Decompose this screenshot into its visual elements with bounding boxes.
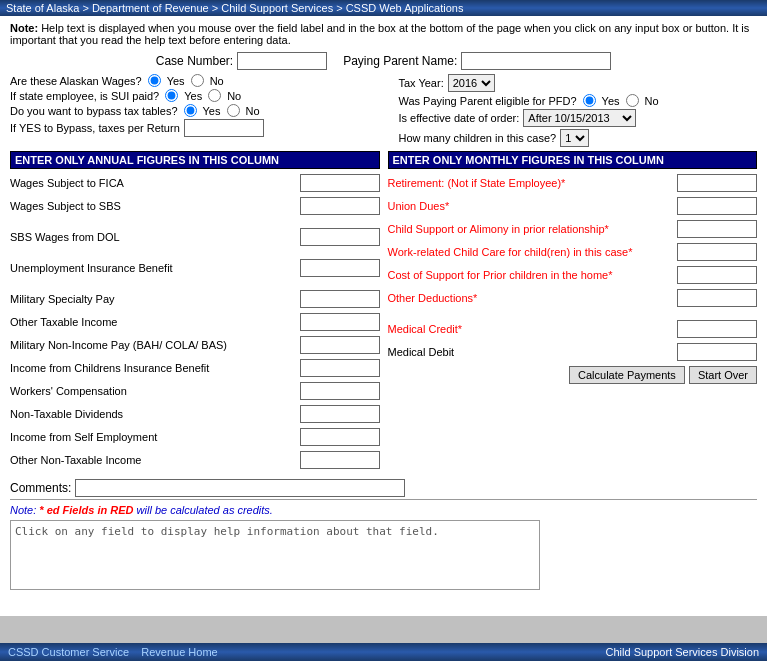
onti-label: Other Non-Taxable Income <box>10 453 300 467</box>
case-number-group: Case Number: <box>156 52 327 70</box>
uib-label: Unemployment Insurance Benefit <box>10 261 300 275</box>
field-fica: Wages Subject to FICA <box>10 173 380 193</box>
children-count-select[interactable]: 1 2 3 4 5 <box>560 129 589 147</box>
tax-year-select[interactable]: 2016 2015 2014 <box>448 74 495 92</box>
wc-label: Workers' Compensation <box>10 384 300 398</box>
comments-input[interactable] <box>75 479 405 497</box>
mnip-input[interactable] <box>300 336 380 354</box>
wcc-input[interactable] <box>677 243 757 261</box>
ret-label: Retirement: (Not if State Employee)* <box>388 176 678 190</box>
top-nav-bar: State of Alaska > Department of Revenue … <box>0 0 767 16</box>
field-ntd: Non-Taxable Dividends <box>10 404 380 424</box>
sui-no-radio[interactable] <box>208 89 221 102</box>
bypass-yes-radio[interactable] <box>184 104 197 117</box>
uib-input[interactable] <box>300 259 380 277</box>
field-md: Medical Debit <box>388 342 758 362</box>
sui-yes-label: Yes <box>184 90 202 102</box>
bypass-no-radio[interactable] <box>227 104 240 117</box>
case-number-input[interactable] <box>237 52 327 70</box>
dol-label: SBS Wages from DOL <box>10 230 300 244</box>
options-area: Are these Alaskan Wages? Yes No If state… <box>10 74 757 147</box>
pfd-label: Was Paying Parent eligible for PFD? <box>398 95 576 107</box>
onti-input[interactable] <box>300 451 380 469</box>
field-cib: Income from Childrens Insurance Benefit <box>10 358 380 378</box>
ret-input[interactable] <box>677 174 757 192</box>
main-content: Note: Help text is displayed when you mo… <box>0 16 767 616</box>
right-column: Enter Only Monthly Figures in this colum… <box>388 151 758 473</box>
breadcrumb: State of Alaska > Department of Revenue … <box>6 2 463 14</box>
pfd-no-label: No <box>645 95 659 107</box>
note-text: Help text is displayed when you mouse ov… <box>10 22 749 46</box>
pfd-yes-radio[interactable] <box>583 94 596 107</box>
case-row: Case Number: Paying Parent Name: <box>10 52 757 70</box>
sbs-input[interactable] <box>300 197 380 215</box>
effective-date-row: Is effective date of order: After 10/15/… <box>398 109 757 127</box>
csp-label: Cost of Support for Prior children in th… <box>388 268 678 282</box>
field-csa: Child Support or Alimony in prior relati… <box>388 219 758 239</box>
cib-input[interactable] <box>300 359 380 377</box>
md-label: Medical Debit <box>388 345 678 359</box>
cib-label: Income from Childrens Insurance Benefit <box>10 361 300 375</box>
csp-input[interactable] <box>677 266 757 284</box>
field-oti: Other Taxable Income <box>10 312 380 332</box>
ud-input[interactable] <box>677 197 757 215</box>
bypass-label: Do you want to bypass tax tables? <box>10 105 178 117</box>
sui-no-label: No <box>227 90 241 102</box>
dol-input[interactable] <box>300 228 380 246</box>
divider <box>10 499 757 500</box>
csa-input[interactable] <box>677 220 757 238</box>
effective-date-select[interactable]: After 10/15/2013 Before 10/15/2013 <box>523 109 636 127</box>
paying-parent-group: Paying Parent Name: <box>343 52 611 70</box>
ud-label: Union Dues* <box>388 199 678 213</box>
bypass-taxes-input[interactable] <box>184 119 264 137</box>
alaskan-wages-yes-radio[interactable] <box>148 74 161 87</box>
field-dol: SBS Wages from DOL <box>10 227 380 247</box>
alaskan-wages-no-label: No <box>210 75 224 87</box>
alaskan-wages-row: Are these Alaskan Wages? Yes No <box>10 74 369 87</box>
field-sbs: Wages Subject to SBS <box>10 196 380 216</box>
od-input[interactable] <box>677 289 757 307</box>
start-over-button[interactable]: Start Over <box>689 366 757 384</box>
revenue-home-link[interactable]: Revenue Home <box>141 646 217 658</box>
oti-label: Other Taxable Income <box>10 315 300 329</box>
right-column-header: Enter Only Monthly Figures in this colum… <box>388 151 758 169</box>
left-column-header: Enter Only Annual Figures in this column <box>10 151 380 169</box>
wc-input[interactable] <box>300 382 380 400</box>
ise-label: Income from Self Employment <box>10 430 300 444</box>
sui-yes-radio[interactable] <box>165 89 178 102</box>
bypass-row: Do you want to bypass tax tables? Yes No <box>10 104 369 117</box>
field-ise: Income from Self Employment <box>10 427 380 447</box>
alaskan-wages-label: Are these Alaskan Wages? <box>10 75 142 87</box>
tax-year-row: Tax Year: 2016 2015 2014 <box>398 74 757 92</box>
field-mnip: Military Non-Income Pay (BAH/ COLA/ BAS) <box>10 335 380 355</box>
field-od: Other Deductions* <box>388 288 758 308</box>
field-wcc: Work-related Child Care for child(ren) i… <box>388 242 758 262</box>
oti-input[interactable] <box>300 313 380 331</box>
help-box[interactable]: Click on any field to display help infor… <box>10 520 540 590</box>
calculate-button[interactable]: Calculate Payments <box>569 366 685 384</box>
pfd-no-radio[interactable] <box>626 94 639 107</box>
ntd-input[interactable] <box>300 405 380 423</box>
alaskan-wages-no-radio[interactable] <box>191 74 204 87</box>
mc-input[interactable] <box>677 320 757 338</box>
field-wc: Workers' Compensation <box>10 381 380 401</box>
tax-year-label: Tax Year: <box>398 77 443 89</box>
paying-parent-label: Paying Parent Name: <box>343 54 457 68</box>
alaskan-wages-yes-label: Yes <box>167 75 185 87</box>
md-input[interactable] <box>677 343 757 361</box>
sui-row: If state employee, is SUI paid? Yes No <box>10 89 369 102</box>
field-mc: Medical Credit* <box>388 319 758 339</box>
bypass-taxes-label: If YES to Bypass, taxes per Return <box>10 122 180 134</box>
children-count-label: How many children in this case? <box>398 132 556 144</box>
paying-parent-input[interactable] <box>461 52 611 70</box>
comments-label: Comments: <box>10 481 71 495</box>
ise-input[interactable] <box>300 428 380 446</box>
effective-date-label: Is effective date of order: <box>398 112 519 124</box>
field-ret: Retirement: (Not if State Employee)* <box>388 173 758 193</box>
fica-input[interactable] <box>300 174 380 192</box>
fica-label: Wages Subject to FICA <box>10 176 300 190</box>
bypass-taxes-row: If YES to Bypass, taxes per Return <box>10 119 369 137</box>
cssd-customer-service-link[interactable]: CSSD Customer Service <box>8 646 129 658</box>
msp-input[interactable] <box>300 290 380 308</box>
action-buttons: Calculate Payments Start Over <box>388 366 758 384</box>
